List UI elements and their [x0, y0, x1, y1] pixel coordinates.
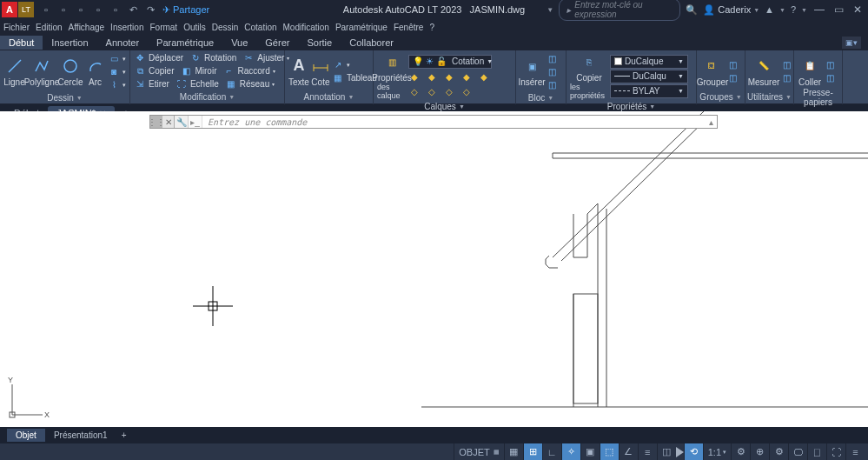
table-icon[interactable]: ▦ [332, 72, 344, 84]
layer-icon6[interactable]: ◇ [408, 85, 421, 97]
status-objet[interactable]: OBJET ▦ [454, 443, 503, 460]
menu-parametrique[interactable]: Paramétrique [335, 23, 388, 32]
status-gear-icon[interactable]: ⚙ [731, 443, 750, 460]
trim-icon[interactable]: ✂ [242, 52, 255, 64]
spline-icon[interactable]: ⌇ [108, 79, 120, 91]
share-button[interactable]: ✈ Partager [162, 4, 209, 16]
mesurer-button[interactable]: 📏 Mesurer [749, 57, 779, 87]
layer-icon7[interactable]: ◇ [426, 85, 438, 97]
mirror-icon[interactable]: ◧ [180, 65, 192, 77]
clip-icon2[interactable]: ◫ [824, 72, 836, 84]
bloc-icon2[interactable]: ◫ [546, 66, 558, 78]
chevron-down-icon[interactable]: ▼ [547, 6, 553, 14]
tab-annoter[interactable]: Annoter [97, 36, 149, 50]
status-lineweight-icon[interactable]: ≡ [638, 443, 657, 460]
tab-insertion[interactable]: Insertion [43, 36, 96, 50]
save-icon[interactable]: ▫ [74, 3, 88, 17]
cmdline-grip[interactable]: ⋮⋮ [150, 116, 162, 128]
status-iso-icon[interactable]: ▣ [580, 443, 600, 460]
status-transparency-icon[interactable]: ◫ [657, 443, 676, 460]
layer-icon3[interactable]: ◆ [443, 70, 455, 83]
add-layout-button[interactable]: + [116, 430, 132, 440]
layer-icon8[interactable]: ◇ [443, 85, 455, 97]
layouttab-pres1[interactable]: Présentation1 [45, 429, 116, 442]
status-ortho-icon[interactable]: ∟ [542, 443, 561, 460]
cmdline-close-icon[interactable]: ✕ [162, 116, 175, 128]
status-annotation-icon[interactable]: ⊕ [750, 443, 769, 460]
drawing-canvas[interactable]: Y X [0, 111, 868, 427]
polyligne-button[interactable]: Polyligne [27, 57, 56, 87]
deplacer-button[interactable]: Déplacer [149, 53, 183, 63]
rotate-icon[interactable]: ↻ [189, 52, 202, 64]
menu-modification[interactable]: Modification [283, 23, 329, 32]
status-customize-icon[interactable]: ≡ [845, 443, 865, 460]
plot-icon[interactable]: ▫ [109, 3, 123, 17]
array-icon[interactable]: ▦ [225, 78, 237, 90]
inserer-button[interactable]: ▣ Insérer [520, 57, 544, 87]
layer-icon1[interactable]: ◆ [408, 70, 421, 83]
arc-button[interactable]: Arc [84, 57, 106, 87]
proprietes-calque-button[interactable]: ▥ Propriétés des calque [377, 52, 407, 100]
panel-title-utilitaires[interactable]: Utilitaires▼ [745, 90, 793, 104]
user-menu[interactable]: 👤 Caderix ▼ [703, 4, 759, 16]
panel-title-annotation[interactable]: Annotation▼ [285, 90, 373, 104]
layer-icon4[interactable]: ◆ [461, 70, 473, 83]
ligne-button[interactable]: Ligne [3, 57, 25, 87]
tab-vue[interactable]: Vue [222, 36, 256, 50]
tab-sortie[interactable]: Sortie [298, 36, 341, 50]
cote-button[interactable]: Cote [311, 57, 330, 87]
status-workspace-icon[interactable]: ⚙ [769, 443, 788, 460]
menu-cotation[interactable]: Cotation [244, 23, 276, 32]
cmdline-history-icon[interactable]: ▴ [705, 117, 717, 127]
lineweight-combo[interactable]: DuCalqu ▼ [610, 70, 688, 83]
grouper-button[interactable]: ⛋ Grouper [700, 57, 725, 87]
status-polar-icon[interactable]: ✧ [561, 443, 580, 460]
tab-gerer[interactable]: Gérer [256, 36, 298, 50]
search-input[interactable]: ▸ Entrez mot-clé ou expression [559, 0, 680, 21]
status-cycling-icon[interactable]: ⟲ [684, 443, 703, 460]
maximize-button[interactable]: ▭ [832, 3, 845, 17]
tab-debut[interactable]: Début [0, 36, 43, 50]
copy-icon[interactable]: ⧉ [134, 65, 146, 77]
status-units-icon[interactable]: ⎕ [807, 443, 826, 460]
clip-icon1[interactable]: ◫ [824, 59, 836, 71]
autodesk-icon[interactable]: ▲ [765, 4, 774, 15]
bloc-icon3[interactable]: ◫ [546, 79, 558, 91]
fillet-icon[interactable]: ⌐ [222, 65, 235, 77]
menu-fenetre[interactable]: Fenêtre [394, 23, 423, 32]
util-icon1[interactable]: ◫ [780, 59, 792, 71]
layer-icon2[interactable]: ◆ [426, 70, 438, 83]
status-snap-icon[interactable]: ⊞ [523, 443, 542, 460]
saveas-icon[interactable]: ▫ [91, 3, 105, 17]
menu-outils[interactable]: Outils [183, 23, 206, 32]
stretch-icon[interactable]: ⇲ [134, 78, 146, 90]
status-scale[interactable]: 1:1▾ [703, 443, 731, 460]
open-icon[interactable]: ▫ [56, 3, 70, 17]
raccord-button[interactable]: Raccord [237, 66, 269, 76]
status-osnap-icon[interactable]: ⬚ [600, 443, 619, 460]
move-icon[interactable]: ✥ [134, 52, 146, 64]
search-icon[interactable]: 🔍 [686, 4, 698, 16]
miroir-button[interactable]: Miroir [195, 66, 216, 76]
layer-icon9[interactable]: ◇ [461, 85, 473, 97]
echelle-button[interactable]: Echelle [190, 79, 219, 89]
status-otrack-icon[interactable]: ∠ [619, 443, 638, 460]
util-icon2[interactable]: ◫ [780, 72, 792, 84]
bloc-icon1[interactable]: ◫ [546, 53, 558, 65]
status-grid-icon[interactable]: ▦ [504, 443, 523, 460]
redo-icon[interactable]: ↷ [143, 3, 157, 17]
cmdline-settings-icon[interactable]: 🔧 [175, 116, 189, 128]
group-icon2[interactable]: ◫ [726, 72, 739, 84]
menu-edition[interactable]: Edition [36, 23, 63, 32]
close-button[interactable]: ✕ [851, 3, 865, 17]
menu-affichage[interactable]: Affichage [69, 23, 105, 32]
menu-insertion[interactable]: Insertion [110, 23, 143, 32]
texte-button[interactable]: A Texte [288, 57, 309, 87]
panel-title-dessin[interactable]: Dessin▼ [0, 91, 129, 105]
undo-icon[interactable]: ↶ [126, 3, 140, 17]
etirer-button[interactable]: Etirer [149, 79, 169, 89]
layer-icon5[interactable]: ◆ [478, 70, 490, 83]
group-icon1[interactable]: ◫ [726, 59, 739, 71]
coller-button[interactable]: 📋 Coller [798, 57, 822, 87]
cercle-button[interactable]: Cercle [58, 57, 83, 87]
